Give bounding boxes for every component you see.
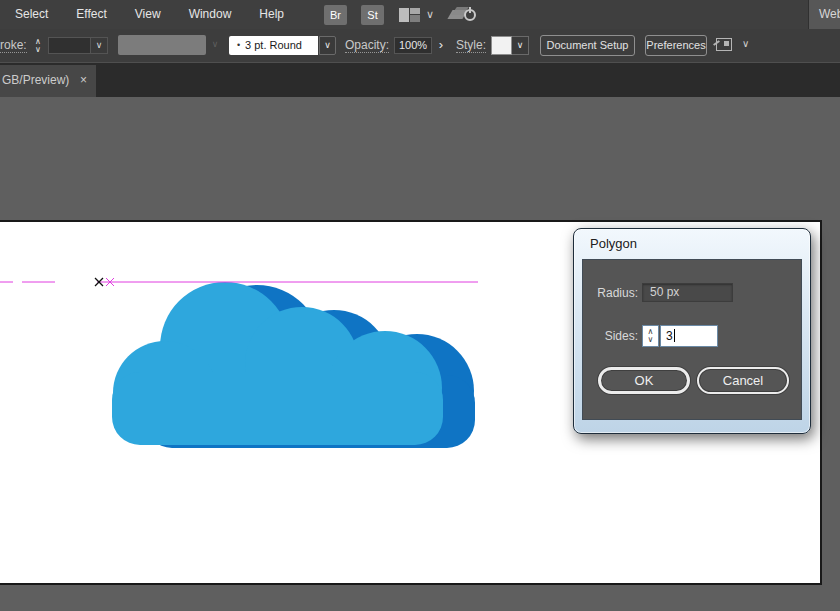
arrange-documents-icon[interactable] bbox=[399, 8, 420, 22]
width-profile-dropdown-icon[interactable]: ∨ bbox=[319, 36, 336, 55]
radius-label: Radius: bbox=[583, 286, 638, 300]
stroke-label[interactable]: roke: bbox=[0, 38, 27, 53]
sides-label: Sides: bbox=[583, 329, 638, 343]
cs-live-icon[interactable] bbox=[450, 6, 476, 24]
brush-dropdown-icon[interactable]: ∨ bbox=[208, 37, 222, 54]
sides-stepper[interactable]: ∧ ∨ bbox=[642, 325, 659, 347]
options-bar: roke: ∧ ∨ ∨ ∨ • 3 pt. Round ∨ Opacity: 1… bbox=[0, 29, 840, 62]
document-tab-bar: GB/Preview) × bbox=[0, 62, 840, 97]
brush-definition-preview[interactable] bbox=[118, 35, 206, 55]
text-caret bbox=[674, 329, 675, 342]
pasteboard[interactable]: Polygon Radius: 50 px Sides: ∧ ∨ 3 OK Ca… bbox=[0, 97, 840, 611]
opacity-flyout-icon[interactable]: › bbox=[434, 37, 448, 54]
menu-window[interactable]: Window bbox=[175, 0, 246, 29]
dialog-body: Radius: 50 px Sides: ∧ ∨ 3 OK Cancel bbox=[582, 259, 802, 420]
document-tab-label: GB/Preview) bbox=[0, 73, 69, 87]
stroke-weight-stepper[interactable]: ∧ ∨ bbox=[31, 36, 45, 55]
illustrator-window: Select Effect View Window Help Br St ∨ W… bbox=[0, 0, 840, 611]
cancel-button[interactable]: Cancel bbox=[697, 367, 789, 394]
menu-effect[interactable]: Effect bbox=[62, 0, 120, 29]
menu-help[interactable]: Help bbox=[245, 0, 298, 29]
bridge-button[interactable]: Br bbox=[324, 5, 347, 25]
variable-width-profile-combo[interactable]: • 3 pt. Round bbox=[229, 36, 318, 55]
workspace-switcher-button[interactable]: Web bbox=[808, 0, 840, 29]
stepper-down-icon[interactable]: ∨ bbox=[35, 46, 41, 54]
stroke-weight-field[interactable] bbox=[48, 37, 90, 54]
power-icon bbox=[464, 9, 476, 21]
brush-value: 3 pt. Round bbox=[245, 39, 302, 51]
dialog-title: Polygon bbox=[590, 236, 637, 251]
bullet-icon: • bbox=[237, 36, 240, 55]
radius-input[interactable]: 50 px bbox=[642, 283, 733, 302]
stock-button[interactable]: St bbox=[361, 5, 384, 25]
menu-select[interactable]: Select bbox=[0, 0, 62, 29]
opacity-label[interactable]: Opacity: bbox=[345, 38, 389, 53]
menu-view[interactable]: View bbox=[121, 0, 175, 29]
sides-input[interactable]: 3 bbox=[660, 325, 718, 347]
menubar: Select Effect View Window Help Br St ∨ W… bbox=[0, 0, 840, 29]
polygon-dialog[interactable]: Polygon Radius: 50 px Sides: ∧ ∨ 3 OK Ca… bbox=[573, 228, 811, 434]
document-setup-button[interactable]: Document Setup bbox=[540, 35, 635, 56]
stepper-down-icon[interactable]: ∨ bbox=[648, 336, 654, 344]
artboard-options-chevron-icon[interactable]: ∨ bbox=[742, 38, 749, 49]
stroke-weight-dropdown-icon[interactable]: ∨ bbox=[90, 37, 108, 54]
sides-value: 3 bbox=[666, 329, 673, 343]
document-tab[interactable]: GB/Preview) × bbox=[0, 65, 96, 98]
style-dropdown-icon[interactable]: ∨ bbox=[512, 36, 529, 55]
close-icon[interactable]: × bbox=[80, 65, 87, 96]
chevron-down-icon[interactable]: ∨ bbox=[426, 0, 434, 29]
opacity-input[interactable]: 100% bbox=[394, 37, 432, 54]
style-label[interactable]: Style: bbox=[456, 38, 486, 53]
graphic-style-swatch[interactable] bbox=[491, 36, 512, 55]
preferences-button[interactable]: Preferences bbox=[645, 35, 707, 56]
ok-button[interactable]: OK bbox=[598, 367, 690, 394]
artboard-options-icon[interactable] bbox=[716, 38, 732, 51]
